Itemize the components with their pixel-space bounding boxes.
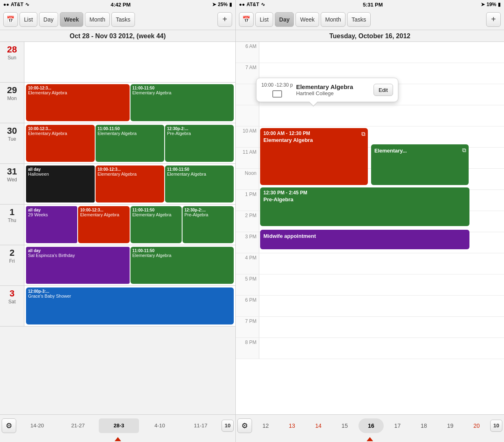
week-range-4[interactable]: 4-10 [140, 418, 180, 433]
day-events-29[interactable]: 10:00-12:3... Elementary Algebra 11:00-1… [24, 83, 235, 123]
popup-event-location: Hartnell College [296, 90, 370, 96]
event-time: all day [28, 248, 128, 253]
left-panel: ●● AT&T ∿ 4:42 PM ➤ 25% ▮ 📅 List Day Wee… [0, 0, 236, 442]
calendar-icon-button-right[interactable]: 📅 [239, 12, 254, 27]
tab-month-right[interactable]: Month [321, 12, 345, 27]
tab-list-right[interactable]: List [255, 12, 273, 27]
signal-icon-right: ●● [239, 2, 245, 7]
event-time: 11:00-11:50 [98, 126, 162, 131]
day-name-3: Sat [8, 299, 15, 305]
table-row: 3 Sat 12:00p-3:... Grace's Baby Shower [0, 286, 235, 327]
tab-month-left[interactable]: Month [85, 12, 110, 27]
date-chip-16[interactable]: 16 [358, 418, 384, 433]
day-event-elementary-algebra-green[interactable]: Elementary... ⧉ [371, 144, 469, 185]
left-status-time: 4:42 PM [111, 2, 130, 8]
event-green-1a[interactable]: 11:00-11:50 Elementary Algebra [130, 206, 182, 243]
event-red-30[interactable]: 10:00-12:3... Elementary Algebra [26, 125, 95, 162]
week-range-14[interactable]: 14-20 [17, 418, 57, 433]
event-time: 11:00-11:50 [133, 248, 232, 253]
tab-tasks-right[interactable]: Tasks [347, 12, 371, 27]
day-title: Tuesday, October 16, 2012 [236, 30, 504, 42]
event-green-30b[interactable]: 12:30p-2:... Pre-Algebra [165, 125, 234, 162]
event-29-weeks[interactable]: all day 29 Weeks [26, 206, 77, 243]
date-chip-14[interactable]: 14 [306, 418, 331, 433]
tab-tasks-left[interactable]: Tasks [111, 12, 135, 27]
day-events-1[interactable]: all day 29 Weeks 10:00-12:3... Elementar… [24, 205, 235, 245]
event-green-30a[interactable]: 11:00-11:50 Elementary Algebra [96, 125, 164, 162]
day-label-30: 30 Tue [0, 123, 24, 163]
date-chip-17[interactable]: 17 [385, 418, 410, 433]
settings-button-left[interactable]: ⚙ [2, 418, 16, 433]
event-red-31[interactable]: 10:00-12:3... Elementary Algebra [96, 165, 164, 202]
copy-icon-green: ⧉ [462, 147, 466, 154]
day-label-28: 28 Sun [0, 42, 24, 82]
event-red-1[interactable]: 10:00-12:3... Elementary Algebra [78, 206, 129, 243]
left-toolbar: 📅 List Day Week Month Tasks + [0, 9, 235, 30]
time-content-7pm [259, 317, 504, 337]
left-status-battery: ➤ 25% ▮ [212, 2, 232, 7]
event-title: Pre-Algebra [185, 212, 209, 217]
event-time: 10:00-12:3... [28, 126, 93, 131]
date-chip-12[interactable]: 12 [253, 418, 278, 433]
event-halloween[interactable]: all day Halloween [26, 165, 95, 202]
time-row-4pm: 4 PM [236, 253, 504, 274]
day-event-elementary-algebra-red[interactable]: 10:00 AM - 12:30 PM Elementary Algebra ⧉ [260, 128, 368, 185]
event-title: Elementary Algebra [98, 131, 137, 136]
day-label-3: 3 Sat [0, 286, 24, 326]
event-title: Sal Espinoza's Birthday [28, 253, 75, 258]
event-time: 12:30p-2:... [185, 208, 232, 212]
date-chip-20[interactable]: 20 [464, 418, 489, 433]
event-time: 10:00-12:3... [28, 86, 128, 90]
day-event-prealgebra[interactable]: 12:30 PM - 2:45 PM Pre-Algebra [260, 187, 469, 226]
event-green-1b[interactable]: 12:30p-2:... Pre-Algebra [182, 206, 234, 243]
day-events-30[interactable]: 10:00-12:3... Elementary Algebra 11:00-1… [24, 123, 235, 163]
time-label-11am: 11 AM [236, 148, 259, 168]
date-chip-15[interactable]: 15 [332, 418, 358, 433]
tab-week-right[interactable]: Week [295, 12, 319, 27]
day-events-3[interactable]: 12:00p-3:... Grace's Baby Shower [24, 286, 235, 326]
event-title: Elementary Algebra [98, 172, 137, 176]
event-green-31[interactable]: 11:00-11:50 Elementary Algebra [165, 165, 234, 202]
add-event-button-right[interactable]: + [486, 12, 501, 27]
popup-edit-button[interactable]: Edit [374, 84, 393, 96]
event-time: all day [28, 167, 93, 172]
date-chip-19[interactable]: 19 [437, 418, 463, 433]
tab-day-left[interactable]: Day [39, 12, 58, 27]
day-num-28: 28 [7, 45, 17, 54]
day-events-2[interactable]: all day Sal Espinoza's Birthday 11:00-11… [24, 245, 235, 285]
tab-list-left[interactable]: List [20, 12, 37, 27]
tab-day-right[interactable]: Day [275, 12, 294, 27]
time-label-7pm: 7 PM [236, 317, 259, 337]
tab-week-left[interactable]: Week [60, 12, 83, 27]
event-baby-shower[interactable]: 12:00p-3:... Grace's Baby Shower [26, 287, 234, 324]
day-name-30: Tue [8, 136, 16, 142]
date-chip-18[interactable]: 18 [411, 418, 437, 433]
event-title-label: Pre-Algebra [263, 196, 466, 202]
time-label-10am: 10 AM [236, 126, 259, 147]
add-event-button-left[interactable]: + [217, 12, 232, 27]
event-birthday[interactable]: all day Sal Espinoza's Birthday [26, 247, 130, 284]
time-label-9am [236, 105, 259, 126]
table-row: 1 Thu all day 29 Weeks 10:00-12:3... Ele… [0, 205, 235, 245]
day-scroll-area[interactable]: 6 AM 7 AM 10 AM 11 AM Noon 1 PM [236, 42, 504, 414]
popup-calendar-icon [272, 90, 282, 98]
week-range-28[interactable]: 28-3 [99, 418, 139, 433]
popup-time: 10:00 -12:30 p [261, 82, 293, 88]
day-events-31[interactable]: all day Halloween 10:00-12:3... Elementa… [24, 164, 235, 204]
settings-button-right[interactable]: ⚙ [237, 418, 252, 433]
right-toolbar: 📅 List Day Week Month Tasks + [236, 9, 504, 30]
event-elementary-algebra-red-29[interactable]: 10:00-12:3... Elementary Algebra [26, 84, 130, 121]
table-row: 29 Mon 10:00-12:3... Elementary Algebra … [0, 83, 235, 123]
event-popup[interactable]: 10:00 -12:30 p Elementary Algebra Hartne… [256, 78, 398, 102]
right-status-battery: ➤ 19% ▮ [481, 2, 501, 7]
right-bottom-bar: ⚙ 12 13 14 15 16 17 18 19 20 10 [236, 414, 504, 436]
badge-count-right: 10 [490, 420, 502, 432]
date-chip-13[interactable]: 13 [279, 418, 305, 433]
event-elementary-algebra-green-29[interactable]: 11:00-11:50 Elementary Algebra [130, 84, 234, 121]
day-arrow-indicator-right [367, 437, 373, 441]
calendar-icon-button[interactable]: 📅 [3, 12, 18, 27]
event-green-2[interactable]: 11:00-11:50 Elementary Algebra [130, 247, 234, 284]
week-range-11[interactable]: 11-17 [180, 418, 221, 433]
week-range-21[interactable]: 21-27 [58, 418, 98, 433]
day-event-midwife[interactable]: Midwife appointment [260, 230, 469, 249]
